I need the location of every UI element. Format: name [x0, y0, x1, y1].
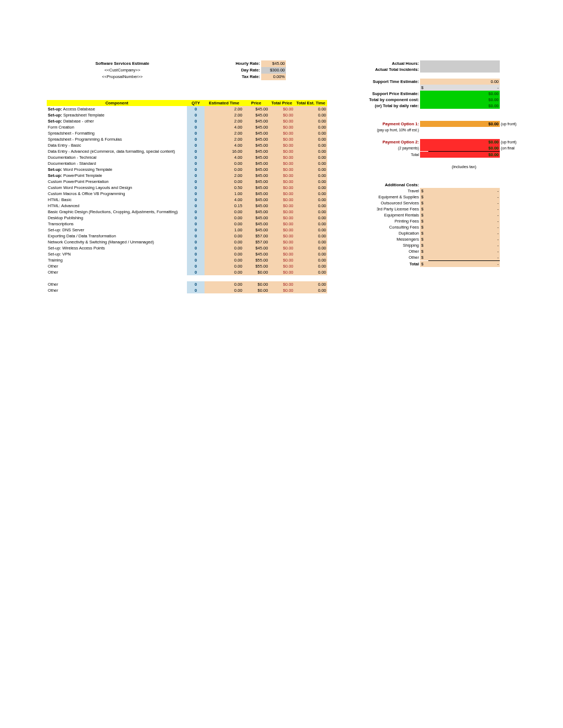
addcost-label: Outsourced Services: [329, 200, 420, 206]
component-name: Other: [47, 269, 187, 275]
actual-incidents-value[interactable]: [428, 66, 500, 73]
table-row: Set-up: PowerPoint Template02.00$45.00$0…: [47, 173, 327, 179]
table-row: Custom Word Processing Layouts and Desig…: [47, 185, 327, 191]
price-cell: $55.00: [244, 263, 269, 269]
qty-cell: 0: [187, 142, 205, 148]
proposal-number-placeholder: <<ProposalNumber>>: [47, 74, 198, 80]
addcosts-total-sym: $: [420, 261, 428, 267]
est-cell: 0.00: [205, 257, 243, 263]
table-row: Basic Graphic Design (Reductions, Croppi…: [47, 209, 327, 215]
table-row: Set-up: DNS Server01.00$45.00$0.000.00: [47, 227, 327, 233]
ttime-cell: 0.00: [295, 245, 327, 251]
qty-cell: 0: [187, 203, 205, 209]
ttime-cell: 0.00: [295, 227, 327, 233]
tprice-cell: $0.00: [269, 154, 294, 160]
tprice-cell: $0.00: [269, 124, 294, 130]
actual-hours-value[interactable]: [428, 60, 500, 66]
support-time-label: Support Time Estimate:: [329, 79, 420, 85]
addcost-label: Messengers: [329, 236, 420, 242]
qty-cell: 0: [187, 245, 205, 251]
table-row: Desktop Publishing00.00$45.00$0.000.00: [47, 215, 327, 221]
tprice-cell: $0.00: [269, 166, 294, 173]
est-cell: 4.00: [205, 197, 243, 203]
tprice-cell: $0.00: [269, 263, 294, 269]
tprice-cell: $0.00: [269, 130, 294, 136]
addcost-value: -: [428, 248, 500, 254]
ttime-cell: 0.00: [295, 209, 327, 215]
addcost-row: Consulting Fees$-: [329, 224, 527, 230]
tprice-cell: $0.00: [269, 191, 294, 197]
tprice-cell: $0.00: [269, 173, 294, 179]
ttime-cell: 0.00: [295, 287, 327, 293]
table-row: Other00.00$0.00$0.000.00: [47, 287, 327, 293]
tprice-cell: $0.00: [269, 227, 294, 233]
component-name: Desktop Publishing: [47, 215, 187, 221]
header-block: Software Services Estimate Hourly Rate: …: [47, 60, 327, 80]
table-row: Spreadsheet - Programming & Formulas02.0…: [47, 136, 327, 142]
table-row: Training00.00$55.00$0.000.00: [47, 257, 327, 263]
price-cell: $45.00: [244, 166, 269, 173]
addcost-label: 3rd Party License Fees: [329, 206, 420, 212]
price-cell: $45.00: [244, 112, 269, 118]
price-cell: $45.00: [244, 191, 269, 197]
price-cell: $45.00: [244, 148, 269, 154]
component-name: Set-up: Wireless Access Points: [47, 245, 187, 251]
actual-hours-block: Actual Hours: Actual Total Incidents:: [329, 60, 527, 73]
addcost-sym: $: [420, 248, 428, 254]
col-total-time: Total Est. Time: [295, 100, 327, 106]
component-name: Exporting Data / Data Transformation: [47, 233, 187, 239]
qty-cell: 0: [187, 130, 205, 136]
addcost-sym: $: [420, 218, 428, 224]
addcost-row: Outsourced Services$-: [329, 200, 527, 206]
tprice-cell: $0.00: [269, 215, 294, 221]
table-row: Custom PowerPoint Presentation00.00$45.0…: [47, 179, 327, 185]
tprice-cell: $0.00: [269, 185, 294, 191]
pay2-sub: (2 payments): [329, 145, 420, 151]
component-name: Basic Graphic Design (Reductions, Croppi…: [47, 209, 187, 215]
qty-cell: 0: [187, 227, 205, 233]
qty-cell: 0: [187, 269, 205, 275]
component-name: Set-up: VPN: [47, 251, 187, 257]
component-name: Documentation - Standard: [47, 160, 187, 166]
pay2-total-label: Total: [329, 152, 420, 158]
table-row: Transcriptions00.00$45.00$0.000.00: [47, 221, 327, 227]
tprice-cell: $0.00: [269, 160, 294, 166]
pay2-total-value: $0.00: [428, 152, 500, 158]
ttime-cell: 0.00: [295, 118, 327, 124]
table-row: Exporting Data / Data Transformation00.0…: [47, 233, 327, 239]
price-cell: $45.00: [244, 154, 269, 160]
day-rate-value: $300.00: [261, 67, 286, 74]
pay2-value-2: $0.00: [428, 145, 500, 152]
tprice-cell: $0.00: [269, 269, 294, 275]
totals-block: Support Price Estimate: $0.00 Total by c…: [329, 91, 527, 109]
est-cell: 0.00: [205, 245, 243, 251]
component-name: Set-up: Database - other: [47, 118, 187, 124]
col-component: Component: [47, 100, 187, 106]
component-name: Other: [47, 287, 187, 293]
table-row: Documentation - Standard00.00$45.00$0.00…: [47, 160, 327, 166]
ttime-cell: 0.00: [295, 251, 327, 257]
addcost-value: -: [428, 212, 500, 218]
support-estimate-block: Support Time Estimate: 0.00 $ -: [329, 79, 527, 91]
table-row: Form Creation04.00$45.00$0.000.00: [47, 124, 327, 130]
table-row: Set-up: Spreadsheet Template02.00$45.00$…: [47, 112, 327, 118]
qty-cell: 0: [187, 136, 205, 142]
table-row: Custom Macros & Office VB Programming01.…: [47, 191, 327, 197]
table-row: HTML: Advanced00.15$45.00$0.000.00: [47, 203, 327, 209]
addcost-value: -: [428, 242, 500, 248]
est-cell: 0.00: [205, 251, 243, 257]
qty-cell: 0: [187, 154, 205, 160]
ttime-cell: 0.00: [295, 148, 327, 154]
pay1-note: (up front): [500, 121, 533, 127]
component-name: Form Creation: [47, 124, 187, 130]
qty-cell: 0: [187, 239, 205, 245]
qty-cell: 0: [187, 112, 205, 118]
customer-placeholder: <<CustCompany>>: [47, 67, 198, 74]
ttime-cell: 0.00: [295, 281, 327, 287]
qty-cell: 0: [187, 160, 205, 166]
payment-option-1-block: Payment Option 1: $0.00 (up front) (pay …: [329, 121, 527, 133]
tprice-cell: $0.00: [269, 203, 294, 209]
addcosts-header-label: Additional Costs:: [329, 182, 420, 188]
est-cell: 2.00: [205, 118, 243, 124]
est-cell: 0.00: [205, 166, 243, 173]
